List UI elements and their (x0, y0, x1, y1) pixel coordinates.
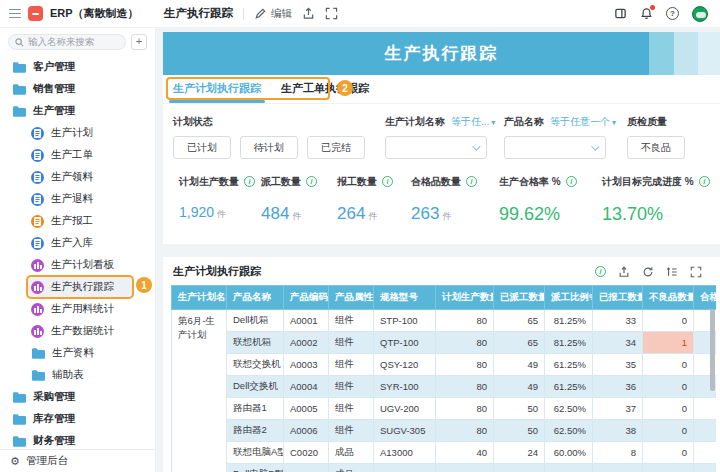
sidebar-item-production-mgmt[interactable]: 生产管理 (0, 100, 155, 122)
tab-workorder-execution-tracking[interactable]: 生产工单执行跟踪 (271, 75, 379, 103)
column-header[interactable]: 已派工数量 (494, 286, 545, 310)
filter-option-closed[interactable]: 已完结 (307, 136, 365, 159)
cell-reported[interactable]: 35 (593, 354, 643, 376)
share-icon[interactable] (302, 7, 315, 20)
column-header[interactable]: 产品属性 (329, 286, 374, 310)
cell-attr[interactable]: 组件 (329, 398, 374, 420)
cell-dispatched[interactable]: 50 (494, 420, 545, 442)
sidebar-item-production-inbound[interactable]: 生产入库 (0, 232, 155, 254)
sidebar-item-material-return[interactable]: 生产退料 (0, 188, 155, 210)
cell-code[interactable]: A0006 (284, 420, 329, 442)
column-header[interactable]: 生产计划名称 (172, 286, 227, 310)
sidebar-item-execution-tracking[interactable]: 生产执行跟踪 (28, 277, 132, 297)
cell-ratio[interactable]: 81.25% (545, 310, 593, 332)
cell-plan-qty[interactable]: 80 (436, 420, 494, 442)
column-header[interactable]: 合格品数量 (694, 286, 717, 310)
column-header[interactable]: 计划生产数量 (436, 286, 494, 310)
sidebar-item-data-stats[interactable]: 生产数据统计 (0, 320, 155, 342)
cell-defect[interactable]: 0 (643, 420, 694, 442)
cell-dispatched[interactable]: 24 (494, 442, 545, 464)
column-header[interactable]: 规格型号 (374, 286, 436, 310)
sidebar-item-material-issue[interactable]: 生产领料 (0, 166, 155, 188)
sidebar-item-production-data[interactable]: 生产资料 (0, 342, 155, 364)
sidebar-item-purchase-mgmt[interactable]: 采购管理 (0, 386, 155, 408)
table-row[interactable]: 路由器1 A0005 组件 UGV-200 80 50 62.50% 37 0 (172, 398, 717, 420)
table-row[interactable]: 路由器2 A0006 组件 SUGV-305 80 50 62.50% 38 0 (172, 420, 717, 442)
cell-dispatched[interactable]: 65 (494, 310, 545, 332)
cell-reported[interactable]: 33 (593, 310, 643, 332)
cell-reported[interactable]: 34 (593, 332, 643, 354)
info-icon[interactable]: i (566, 176, 577, 187)
cell-plan-qty[interactable]: 40 (436, 442, 494, 464)
tab-plan-execution-tracking[interactable]: 生产计划执行跟踪 (163, 75, 271, 103)
cell-product[interactable]: 联想交换机 (227, 354, 284, 376)
cell-code[interactable]: A0005 (284, 398, 329, 420)
cell-product[interactable]: Dell电脑B型 (227, 464, 284, 472)
edit-button[interactable]: 编辑 (254, 7, 292, 21)
cell-dispatched[interactable]: 50 (494, 398, 545, 420)
fullscreen-icon[interactable] (325, 7, 338, 20)
search-input[interactable]: 输入名称来搜索 (8, 34, 126, 50)
cell-plan-qty[interactable]: 80 (436, 332, 494, 354)
cell-code[interactable]: A0001 (284, 310, 329, 332)
info-icon[interactable]: i (595, 266, 606, 277)
cell-defect[interactable]: 0 (643, 442, 694, 464)
cell-ratio[interactable]: 61.25% (545, 376, 593, 398)
table-row[interactable]: 联想机箱 A0002 组件 QTP-100 80 65 81.25% 34 1 (172, 332, 717, 354)
table-row[interactable]: Dell电脑B型 C0025 成品 B21000 40 24 60.00% 8 … (172, 464, 717, 472)
filter-option-pending[interactable]: 待计划 (240, 136, 298, 159)
cell-spec[interactable]: A13000 (374, 442, 436, 464)
filter-option-defective[interactable]: 不良品 (627, 136, 685, 159)
export-icon[interactable] (618, 266, 630, 278)
cell-product[interactable]: 路由器1 (227, 398, 284, 420)
admin-backend-button[interactable]: ⚙ 管理后台 (0, 449, 155, 472)
cell-qualified[interactable] (694, 464, 717, 472)
filter-operator-link[interactable]: 等于任... ▾ (451, 115, 495, 129)
cell-qualified[interactable] (694, 398, 717, 420)
cell-attr[interactable]: 组件 (329, 310, 374, 332)
cell-plan-qty[interactable]: 80 (436, 376, 494, 398)
cell-reported[interactable]: 8 (593, 464, 643, 472)
cell-reported[interactable]: 38 (593, 420, 643, 442)
notifications-button[interactable] (640, 7, 653, 20)
cell-code[interactable]: C0020 (284, 442, 329, 464)
column-header[interactable]: 产品名称 (227, 286, 284, 310)
cell-attr[interactable]: 组件 (329, 420, 374, 442)
cell-code[interactable]: A0002 (284, 332, 329, 354)
cell-reported[interactable]: 37 (593, 398, 643, 420)
cell-attr[interactable]: 成品 (329, 442, 374, 464)
cell-product[interactable]: Dell交换机 (227, 376, 284, 398)
cell-plan-qty[interactable]: 80 (436, 310, 494, 332)
cell-plan-qty[interactable]: 80 (436, 398, 494, 420)
cell-plan-name[interactable]: 第6月-生产计划 (172, 310, 227, 472)
cell-reported[interactable]: 8 (593, 442, 643, 464)
cell-ratio[interactable]: 62.50% (545, 398, 593, 420)
table-row[interactable]: 联想交换机 A0003 组件 QSY-120 80 49 61.25% 35 0 (172, 354, 717, 376)
sidebar-item-finance-mgmt[interactable]: 财务管理 (0, 430, 155, 449)
cell-defect[interactable]: 0 (643, 398, 694, 420)
cell-ratio[interactable]: 81.25% (545, 332, 593, 354)
cell-ratio[interactable]: 60.00% (545, 442, 593, 464)
column-header[interactable]: 派工比例% (545, 286, 593, 310)
table-row[interactable]: Dell交换机 A0004 组件 SYR-100 80 49 61.25% 36… (172, 376, 717, 398)
cell-plan-qty[interactable]: 40 (436, 464, 494, 472)
product-name-select[interactable] (504, 136, 606, 159)
cell-plan-qty[interactable]: 80 (436, 354, 494, 376)
sidebar-item-work-report[interactable]: 生产报工 (0, 210, 155, 232)
info-icon[interactable]: i (466, 176, 477, 187)
cell-product[interactable]: 路由器2 (227, 420, 284, 442)
cell-dispatched[interactable]: 24 (494, 464, 545, 472)
sidebar-item-plan-board[interactable]: 生产计划看板 (0, 254, 155, 276)
cell-ratio[interactable]: 60.00% (545, 464, 593, 472)
cell-attr[interactable]: 组件 (329, 354, 374, 376)
cell-code[interactable]: C0025 (284, 464, 329, 472)
sidebar-item-material-stats[interactable]: 生产用料统计 (0, 298, 155, 320)
help-icon[interactable]: ? (666, 7, 679, 20)
avatar[interactable] (692, 6, 708, 22)
cell-ratio[interactable]: 61.25% (545, 354, 593, 376)
cell-dispatched[interactable]: 49 (494, 354, 545, 376)
cell-defect-alert[interactable]: 1 (643, 332, 694, 354)
cell-qualified[interactable] (694, 420, 717, 442)
column-header[interactable]: 产品编码 (284, 286, 329, 310)
info-icon[interactable]: i (382, 176, 393, 187)
